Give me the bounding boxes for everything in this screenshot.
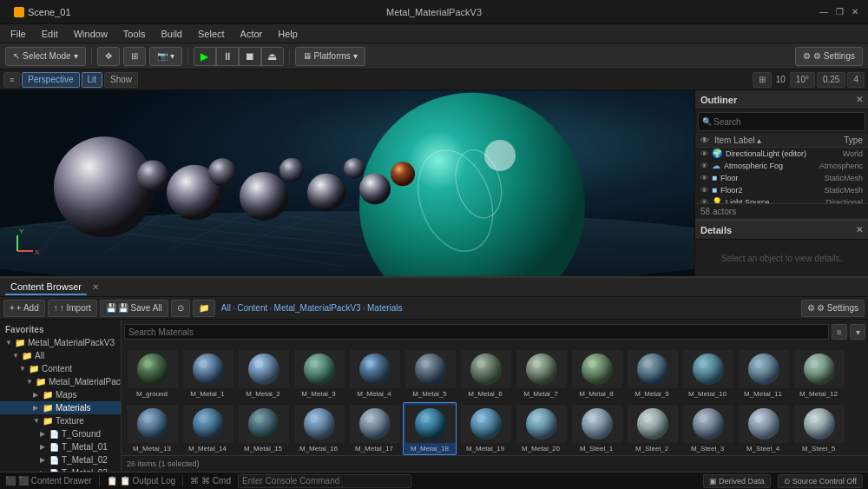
cb-tree-tmetal03[interactable]: ▶ 📄 T_Metal_03 bbox=[0, 466, 121, 472]
visibility-icon[interactable]: 👁 bbox=[700, 162, 708, 170]
show-button[interactable]: Show bbox=[104, 72, 138, 88]
cb-filter-button[interactable]: ⊙ bbox=[171, 300, 190, 317]
path-pack[interactable]: Metal_MaterialPackV3 bbox=[274, 303, 361, 313]
asset-item[interactable]: M_Steel_5 bbox=[792, 402, 845, 455]
cb-tree-pack2[interactable]: ▼ 📁 Metal_MaterialPackV3 bbox=[0, 375, 121, 388]
source-control-button[interactable]: ⊙ Source Control Off bbox=[778, 474, 863, 488]
visibility-icon[interactable]: 👁 bbox=[700, 186, 708, 195]
outliner-item-3[interactable]: 👁 ■ Floor2 StaticMesh bbox=[695, 184, 868, 196]
asset-item[interactable]: M_Steel_4 bbox=[736, 402, 790, 455]
asset-item[interactable]: M_Steel_1 bbox=[569, 402, 623, 455]
settings-button[interactable]: ⚙ ⚙ Settings bbox=[795, 47, 863, 66]
path-all[interactable]: All bbox=[221, 303, 231, 313]
visibility-icon[interactable]: 👁 bbox=[700, 174, 708, 182]
path-content[interactable]: Content bbox=[237, 303, 267, 313]
asset-item[interactable]: M_Metal_8 bbox=[569, 347, 623, 400]
outliner-close-button[interactable]: ✕ bbox=[856, 95, 863, 104]
platforms-button[interactable]: 🖥 Platforms ▾ bbox=[295, 47, 365, 66]
content-browser-close-button[interactable]: ✕ bbox=[92, 282, 99, 292]
angle-button[interactable]: 10° bbox=[790, 72, 815, 88]
cb-tree-tmetal01[interactable]: ▶ 📄 T_Metal_01 bbox=[0, 440, 121, 453]
console-command-input[interactable] bbox=[238, 474, 411, 488]
asset-item[interactable]: M_Steel_2 bbox=[625, 402, 679, 455]
asset-item[interactable]: M_Metal_9 bbox=[625, 347, 679, 400]
import-button[interactable]: ↑ ↑ Import bbox=[48, 300, 97, 317]
visibility-icon[interactable]: 👁 bbox=[700, 149, 708, 158]
asset-item[interactable]: M_Metal_16 bbox=[292, 402, 345, 455]
transform-button[interactable]: ✥ bbox=[97, 47, 120, 66]
content-browser-tab[interactable]: Content Browser bbox=[5, 280, 87, 295]
item-label-header[interactable]: Item Label ▴ bbox=[714, 135, 844, 145]
asset-item[interactable]: M_ground bbox=[125, 347, 179, 400]
asset-item[interactable]: M_Metal_3 bbox=[292, 347, 345, 400]
lit-button[interactable]: Lit bbox=[82, 72, 103, 88]
asset-item[interactable]: M_Metal_4 bbox=[347, 347, 401, 400]
pause-button[interactable]: ⏸ bbox=[216, 47, 239, 66]
outliner-search-input[interactable] bbox=[713, 117, 861, 127]
menu-edit[interactable]: Edit bbox=[35, 27, 65, 41]
asset-item[interactable]: M_Metal_2 bbox=[236, 347, 290, 400]
menu-window[interactable]: Window bbox=[67, 27, 115, 41]
grid-icon[interactable]: ⊞ bbox=[753, 72, 772, 88]
cb-tree-materials[interactable]: ▶ 📁 Materials bbox=[0, 401, 121, 414]
viewport-options-button[interactable]: ≡ bbox=[3, 72, 20, 88]
asset-item[interactable]: M_Metal_11 bbox=[736, 347, 790, 400]
asset-item[interactable]: M_Metal_7 bbox=[514, 347, 568, 400]
details-close-button[interactable]: ✕ bbox=[856, 225, 863, 235]
asset-item[interactable]: M_Metal_13 bbox=[125, 402, 179, 455]
asset-item[interactable]: M_Metal_12 bbox=[792, 347, 845, 400]
snap-button[interactable]: ⊞ bbox=[123, 47, 146, 66]
minimize-button[interactable]: — bbox=[818, 6, 830, 18]
menu-help[interactable]: Help bbox=[271, 27, 305, 41]
cb-folder-button[interactable]: 📁 bbox=[193, 300, 215, 317]
content-drawer-button[interactable]: ⬛ ⬛ Content Drawer bbox=[5, 476, 92, 486]
cmd-button[interactable]: ⌘ ⌘ Cmd bbox=[190, 476, 231, 486]
derived-data-button[interactable]: ▣ Derived Data bbox=[703, 474, 771, 488]
menu-select[interactable]: Select bbox=[191, 27, 232, 41]
asset-item[interactable]: M_Metal_20 bbox=[514, 402, 568, 455]
cb-tree-maps[interactable]: ▶ 📁 Maps bbox=[0, 388, 121, 401]
save-all-button[interactable]: 💾 💾 Save All bbox=[100, 300, 168, 317]
camera-button[interactable]: 📷▾ bbox=[149, 47, 182, 66]
cb-settings-button[interactable]: ⚙ ⚙ Settings bbox=[801, 300, 865, 317]
outliner-item-4[interactable]: 👁 💡 Light Source Directional bbox=[695, 196, 868, 203]
cb-tree-tmetal02[interactable]: ▶ 📄 T_Metal_02 bbox=[0, 453, 121, 466]
asset-item[interactable]: M_Metal_15 bbox=[236, 402, 290, 455]
cb-filter-toggle-button[interactable]: ▾ bbox=[850, 324, 865, 340]
cb-tree-pack[interactable]: ▼ 📁 Metal_MaterialPackV3 bbox=[0, 336, 121, 349]
asset-item[interactable]: M_Metal_14 bbox=[181, 402, 234, 455]
add-button[interactable]: + + Add bbox=[3, 300, 45, 317]
asset-item[interactable]: M_Steel_3 bbox=[681, 402, 734, 455]
asset-item[interactable]: M_Metal_17 bbox=[347, 402, 401, 455]
search-materials-input[interactable] bbox=[124, 324, 829, 340]
menu-build[interactable]: Build bbox=[155, 27, 189, 41]
cb-tree-texture[interactable]: ▼ 📁 Texture bbox=[0, 414, 121, 427]
select-mode-button[interactable]: ↖ Select Mode ▾ bbox=[5, 47, 86, 66]
cb-view-options-button[interactable]: ≡ bbox=[832, 324, 847, 340]
scale-button[interactable]: 0.25 bbox=[817, 72, 845, 88]
cb-tree-content[interactable]: ▼ 📁 Content bbox=[0, 362, 121, 375]
close-button[interactable]: ✕ bbox=[849, 6, 861, 18]
asset-item[interactable]: M_Metal_19 bbox=[458, 402, 512, 455]
asset-item[interactable]: M_Metal_1 bbox=[181, 347, 234, 400]
outliner-item-2[interactable]: 👁 ■ Floor StaticMesh bbox=[695, 172, 868, 184]
asset-item[interactable]: M_Metal_18 bbox=[403, 402, 457, 455]
stop-button[interactable]: ⏹ bbox=[239, 47, 261, 66]
outliner-item-1[interactable]: 👁 ☁ Atmospheric Fog Atmospheric bbox=[695, 160, 868, 172]
asset-item[interactable]: M_Metal_10 bbox=[681, 347, 734, 400]
asset-item[interactable]: M_Metal_6 bbox=[458, 347, 512, 400]
menu-actor[interactable]: Actor bbox=[233, 27, 270, 41]
path-materials[interactable]: Materials bbox=[367, 303, 403, 313]
cb-tree-tground[interactable]: ▶ 📄 T_Ground bbox=[0, 427, 121, 440]
cb-tree-all[interactable]: ▼ 📁 All bbox=[0, 349, 121, 362]
asset-item[interactable]: M_Metal_5 bbox=[403, 347, 457, 400]
menu-file[interactable]: File bbox=[3, 27, 33, 41]
outliner-item-0[interactable]: 👁 🌍 DirectionalLight (editor) World bbox=[695, 148, 868, 160]
menu-tools[interactable]: Tools bbox=[116, 27, 153, 41]
outliner-search-bar[interactable]: 🔍 bbox=[698, 112, 865, 131]
output-log-button[interactable]: 📋 📋 Output Log bbox=[107, 476, 175, 486]
viewport[interactable]: X Y bbox=[0, 90, 694, 276]
perspective-button[interactable]: Perspective bbox=[22, 72, 79, 88]
play-button[interactable]: ▶ bbox=[194, 47, 216, 66]
cam-speed-button[interactable]: 4 bbox=[847, 72, 865, 88]
